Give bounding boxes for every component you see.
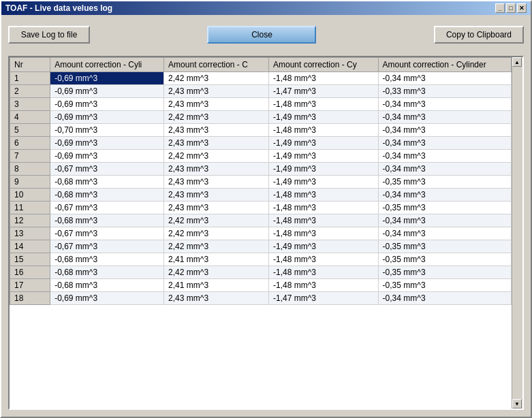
- title-bar: TOAF - Live data velues log _ □ ✕: [1, 1, 531, 15]
- cell-col1: -0,67 mm^3: [50, 163, 164, 176]
- table-header: Nr Amount correction - Cyli Amount corre…: [10, 58, 512, 72]
- cell-nr: 7: [10, 150, 50, 163]
- cell-col1: -0,68 mm^3: [50, 189, 164, 202]
- table-row: 8-0,67 mm^32,43 mm^3-1,49 mm^3-0,34 mm^3: [10, 163, 512, 176]
- data-table-container: Nr Amount correction - Cyli Amount corre…: [8, 56, 524, 410]
- cell-nr: 9: [10, 176, 50, 189]
- cell-col3: -1,48 mm^3: [268, 214, 378, 227]
- cell-col2: 2,43 mm^3: [164, 163, 269, 176]
- cell-col4: -0,34 mm^3: [378, 124, 511, 137]
- cell-col1: -0,70 mm^3: [50, 124, 164, 137]
- table-row: 3-0,69 mm^32,43 mm^3-1,48 mm^3-0,34 mm^3: [10, 98, 512, 111]
- window-title: TOAF - Live data velues log: [5, 3, 112, 13]
- table-row: 15-0,68 mm^32,41 mm^3-1,48 mm^3-0,35 mm^…: [10, 253, 512, 266]
- cell-col3: -1,49 mm^3: [268, 137, 378, 150]
- close-window-button[interactable]: ✕: [517, 3, 527, 13]
- table-row: 12-0,68 mm^32,42 mm^3-1,48 mm^3-0,34 mm^…: [10, 214, 512, 227]
- cell-col2: 2,43 mm^3: [164, 98, 269, 111]
- table-scroll-area[interactable]: Nr Amount correction - Cyli Amount corre…: [10, 57, 512, 408]
- cell-col2: 2,43 mm^3: [164, 202, 269, 214]
- cell-col1: -0,68 mm^3: [50, 214, 164, 227]
- cell-col3: -1,49 mm^3: [268, 150, 378, 163]
- table-row: 2-0,69 mm^32,43 mm^3-1,47 mm^3-0,33 mm^3: [10, 85, 512, 98]
- scroll-up-button[interactable]: ▲: [512, 57, 522, 67]
- cell-col4: -0,35 mm^3: [378, 266, 511, 279]
- cell-col1: -0,69 mm^3: [50, 137, 164, 150]
- cell-col2: 2,43 mm^3: [164, 292, 269, 305]
- cell-col3: -1,48 mm^3: [268, 98, 378, 111]
- cell-col4: -0,35 mm^3: [378, 279, 511, 292]
- maximize-button[interactable]: □: [506, 3, 516, 13]
- table-body: 1-0,69 mm^32,42 mm^3-1,48 mm^3-0,34 mm^3…: [10, 72, 512, 305]
- close-button[interactable]: Close: [207, 26, 316, 44]
- cell-col3: -1,47 mm^3: [268, 85, 378, 98]
- cell-col4: -0,34 mm^3: [378, 111, 511, 124]
- col-header-1: Amount correction - Cyli: [50, 58, 164, 72]
- cell-col3: -1,48 mm^3: [268, 72, 378, 85]
- cell-col3: -1,49 mm^3: [268, 163, 378, 176]
- table-row: 16-0,68 mm^32,42 mm^3-1,48 mm^3-0,35 mm^…: [10, 266, 512, 279]
- cell-col1: -0,68 mm^3: [50, 253, 164, 266]
- cell-col3: -1,48 mm^3: [268, 189, 378, 202]
- cell-col4: -0,35 mm^3: [378, 240, 511, 253]
- cell-col1: -0,68 mm^3: [50, 176, 164, 189]
- table-row: 7-0,69 mm^32,42 mm^3-1,49 mm^3-0,34 mm^3: [10, 150, 512, 163]
- table-row: 5-0,70 mm^32,43 mm^3-1,48 mm^3-0,34 mm^3: [10, 124, 512, 137]
- cell-col4: -0,33 mm^3: [378, 85, 511, 98]
- cell-col3: -1,48 mm^3: [268, 227, 378, 240]
- cell-col1: -0,68 mm^3: [50, 279, 164, 292]
- cell-col2: 2,43 mm^3: [164, 176, 269, 189]
- cell-col3: -1,49 mm^3: [268, 111, 378, 124]
- table-row: 18-0,69 mm^32,43 mm^3-1,47 mm^3-0,34 mm^…: [10, 292, 512, 305]
- cell-nr: 3: [10, 98, 50, 111]
- cell-col3: -1,49 mm^3: [268, 176, 378, 189]
- col-header-nr: Nr: [10, 58, 50, 72]
- cell-col2: 2,43 mm^3: [164, 189, 269, 202]
- scrollbar[interactable]: ▲ ▼: [512, 57, 522, 408]
- cell-nr: 17: [10, 279, 50, 292]
- table-row: 14-0,67 mm^32,42 mm^3-1,49 mm^3-0,35 mm^…: [10, 240, 512, 253]
- cell-col2: 2,42 mm^3: [164, 240, 269, 253]
- cell-col4: -0,35 mm^3: [378, 253, 511, 266]
- cell-nr: 4: [10, 111, 50, 124]
- main-window: TOAF - Live data velues log _ □ ✕ Save L…: [0, 0, 532, 418]
- cell-nr: 10: [10, 189, 50, 202]
- cell-nr: 5: [10, 124, 50, 137]
- title-bar-buttons: _ □ ✕: [495, 3, 527, 13]
- table-row: 17-0,68 mm^32,41 mm^3-1,48 mm^3-0,35 mm^…: [10, 279, 512, 292]
- cell-col4: -0,34 mm^3: [378, 227, 511, 240]
- cell-col2: 2,41 mm^3: [164, 253, 269, 266]
- cell-col4: -0,34 mm^3: [378, 150, 511, 163]
- content-area: Save Log to file Close Copy to Clipboard…: [1, 15, 531, 417]
- cell-col4: -0,34 mm^3: [378, 98, 511, 111]
- cell-col3: -1,48 mm^3: [268, 279, 378, 292]
- cell-col3: -1,47 mm^3: [268, 292, 378, 305]
- cell-nr: 8: [10, 163, 50, 176]
- cell-nr: 15: [10, 253, 50, 266]
- table-row: 6-0,69 mm^32,43 mm^3-1,49 mm^3-0,34 mm^3: [10, 137, 512, 150]
- cell-col4: -0,35 mm^3: [378, 176, 511, 189]
- cell-col4: -0,34 mm^3: [378, 214, 511, 227]
- cell-nr: 11: [10, 202, 50, 214]
- col-header-3: Amount correction - Cy: [268, 58, 378, 72]
- table-row: 4-0,69 mm^32,42 mm^3-1,49 mm^3-0,34 mm^3: [10, 111, 512, 124]
- cell-col4: -0,34 mm^3: [378, 72, 511, 85]
- copy-clipboard-button[interactable]: Copy to Clipboard: [434, 26, 524, 44]
- cell-col3: -1,48 mm^3: [268, 202, 378, 214]
- cell-col2: 2,43 mm^3: [164, 124, 269, 137]
- cell-col3: -1,48 mm^3: [268, 124, 378, 137]
- cell-col2: 2,42 mm^3: [164, 214, 269, 227]
- cell-col3: -1,49 mm^3: [268, 240, 378, 253]
- cell-col2: 2,42 mm^3: [164, 72, 269, 85]
- toolbar: Save Log to file Close Copy to Clipboard: [8, 22, 524, 48]
- cell-col1: -0,68 mm^3: [50, 266, 164, 279]
- cell-nr: 6: [10, 137, 50, 150]
- cell-nr: 2: [10, 85, 50, 98]
- scroll-down-button[interactable]: ▼: [512, 399, 522, 408]
- table-wrapper: Nr Amount correction - Cyli Amount corre…: [10, 57, 522, 408]
- data-table: Nr Amount correction - Cyli Amount corre…: [10, 57, 512, 305]
- cell-col2: 2,43 mm^3: [164, 85, 269, 98]
- scroll-track: [512, 67, 522, 399]
- save-log-button[interactable]: Save Log to file: [8, 26, 90, 44]
- minimize-button[interactable]: _: [495, 3, 505, 13]
